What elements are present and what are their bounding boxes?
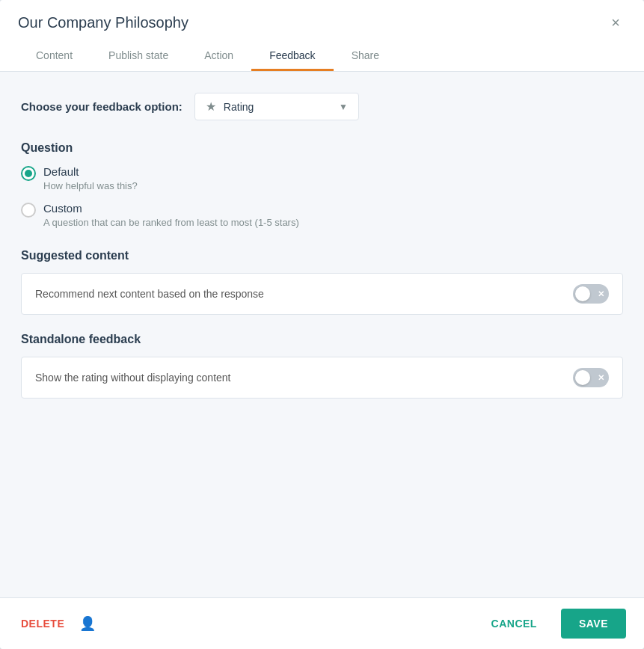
toggle-x-icon: ✕ bbox=[598, 289, 604, 299]
footer-right: CANCEL SAVE bbox=[476, 609, 626, 639]
save-button[interactable]: SAVE bbox=[561, 609, 626, 639]
dialog-title: Our Company Philosophy bbox=[18, 14, 188, 31]
question-custom-option[interactable]: Custom A question that can be ranked fro… bbox=[21, 202, 623, 228]
question-section: Question Default How helpful was this? C… bbox=[21, 141, 623, 228]
radio-custom-content: Custom A question that can be ranked fro… bbox=[43, 202, 299, 228]
feedback-dropdown[interactable]: ★ Rating ▼ bbox=[194, 93, 359, 120]
question-section-title: Question bbox=[21, 141, 623, 155]
radio-default[interactable] bbox=[21, 166, 36, 181]
toggle-track: ✕ bbox=[573, 284, 609, 304]
dialog-body: Choose your feedback option: ★ Rating ▼ … bbox=[0, 72, 644, 597]
radio-default-label: Default bbox=[43, 165, 138, 178]
radio-custom[interactable] bbox=[21, 203, 36, 218]
star-icon: ★ bbox=[206, 99, 216, 114]
delete-button[interactable]: DELETE bbox=[18, 612, 67, 636]
tab-content[interactable]: Content bbox=[18, 42, 91, 71]
cancel-button[interactable]: CANCEL bbox=[476, 610, 552, 637]
standalone-toggle-track: ✕ bbox=[573, 368, 609, 387]
question-default-option[interactable]: Default How helpful was this? bbox=[21, 165, 623, 191]
radio-custom-sublabel: A question that can be ranked from least… bbox=[43, 217, 299, 228]
dialog: Our Company Philosophy × Content Publish… bbox=[0, 0, 644, 649]
tab-action[interactable]: Action bbox=[186, 42, 251, 71]
suggested-content-box: Recommend next content based on the resp… bbox=[21, 273, 623, 315]
standalone-toggle-x-icon: ✕ bbox=[598, 373, 604, 383]
standalone-feedback-box: Show the rating without displaying conte… bbox=[21, 357, 623, 399]
standalone-feedback-title: Standalone feedback bbox=[21, 333, 623, 346]
standalone-feedback-toggle[interactable]: ✕ bbox=[573, 368, 609, 387]
feedback-option-label: Choose your feedback option: bbox=[21, 100, 183, 113]
footer-left: DELETE 👤 bbox=[18, 612, 96, 636]
standalone-feedback-label: Show the rating without displaying conte… bbox=[35, 372, 231, 384]
dialog-footer: DELETE 👤 CANCEL SAVE bbox=[0, 597, 644, 649]
radio-custom-label: Custom bbox=[43, 202, 299, 215]
title-row: Our Company Philosophy × bbox=[18, 12, 626, 33]
user-icon: 👤 bbox=[79, 615, 96, 632]
suggested-content-toggle[interactable]: ✕ bbox=[573, 284, 609, 304]
suggested-content-section: Suggested content Recommend next content… bbox=[21, 249, 623, 315]
radio-default-content: Default How helpful was this? bbox=[43, 165, 138, 191]
suggested-content-title: Suggested content bbox=[21, 249, 623, 262]
standalone-toggle-knob bbox=[575, 370, 590, 385]
close-button[interactable]: × bbox=[605, 12, 626, 33]
tab-publish-state[interactable]: Publish state bbox=[91, 42, 186, 71]
tab-share[interactable]: Share bbox=[334, 42, 397, 71]
suggested-content-label: Recommend next content based on the resp… bbox=[35, 288, 264, 300]
radio-default-sublabel: How helpful was this? bbox=[43, 180, 138, 191]
tab-feedback[interactable]: Feedback bbox=[251, 42, 333, 71]
dropdown-text: Rating bbox=[224, 101, 331, 113]
dialog-header: Our Company Philosophy × Content Publish… bbox=[0, 0, 644, 72]
feedback-option-row: Choose your feedback option: ★ Rating ▼ bbox=[21, 93, 623, 120]
toggle-knob bbox=[575, 286, 590, 301]
tab-bar: Content Publish state Action Feedback Sh… bbox=[18, 42, 626, 71]
standalone-feedback-section: Standalone feedback Show the rating with… bbox=[21, 333, 623, 399]
chevron-down-icon: ▼ bbox=[339, 102, 348, 112]
